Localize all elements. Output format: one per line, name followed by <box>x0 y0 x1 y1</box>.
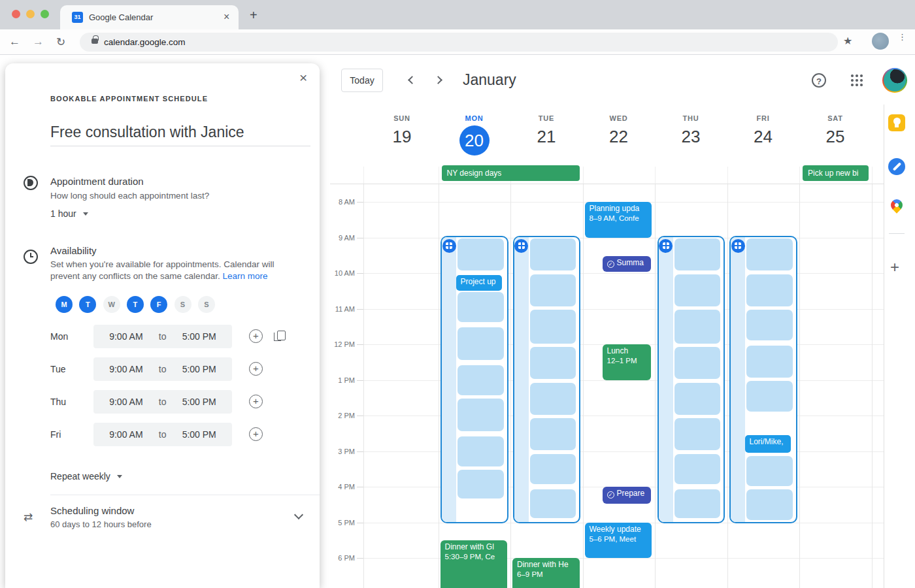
scheduling-window-icon: ⇄ <box>24 510 33 524</box>
bookable-slot[interactable] <box>674 310 721 344</box>
to-label: to <box>159 397 167 407</box>
bookable-slot[interactable] <box>530 418 576 450</box>
bookable-slot[interactable] <box>674 489 721 518</box>
time-label: 5 PM <box>322 519 355 527</box>
day-number[interactable]: 23 <box>655 127 727 147</box>
bookable-slot[interactable] <box>674 383 721 415</box>
bookable-slot[interactable] <box>458 399 504 431</box>
event[interactable]: Lori/Mike, <box>745 435 791 453</box>
all-day-event[interactable]: Pick up new bi <box>803 165 869 181</box>
add-time-range-button[interactable]: + <box>249 329 263 343</box>
bookable-slot[interactable] <box>458 292 504 322</box>
duration-dropdown[interactable]: 1 hour <box>50 208 88 219</box>
day-toggle-t3[interactable]: T <box>127 296 144 313</box>
day-number[interactable]: 21 <box>510 127 582 147</box>
expand-chevron-icon[interactable] <box>294 510 303 519</box>
end-time[interactable]: 5:00 PM <box>182 429 216 440</box>
bookable-slot[interactable] <box>674 454 721 484</box>
start-time[interactable]: 9:00 AM <box>109 397 142 407</box>
bookable-slot[interactable] <box>746 274 793 306</box>
bookable-slot[interactable] <box>746 238 793 270</box>
bookable-slot[interactable] <box>530 238 576 270</box>
event[interactable]: Weekly update5–6 PM, Meet <box>585 523 652 559</box>
end-time[interactable]: 5:00 PM <box>182 397 216 407</box>
time-label: 10 AM <box>322 269 355 277</box>
time-range-field[interactable]: 9:00 AMto5:00 PM <box>93 423 232 446</box>
allday-column-stub <box>727 167 728 184</box>
start-time[interactable]: 9:00 AM <box>109 364 142 374</box>
bookable-slot[interactable] <box>530 489 576 518</box>
availability-block[interactable] <box>657 236 725 523</box>
bookable-slot[interactable] <box>746 346 793 378</box>
selected-day-circle[interactable]: 20 <box>459 125 490 155</box>
bookable-slot[interactable] <box>458 238 504 270</box>
bookable-slot[interactable] <box>458 436 504 466</box>
bookable-slot[interactable] <box>458 470 504 498</box>
bookable-slot[interactable] <box>530 454 576 484</box>
start-time[interactable]: 9:00 AM <box>109 331 142 342</box>
bookable-slot[interactable] <box>530 347 576 379</box>
end-time[interactable]: 5:00 PM <box>182 364 216 374</box>
event[interactable]: Project up <box>456 275 503 291</box>
availability-subtext-2-text: prevent any conflicts on the same calend… <box>50 271 222 281</box>
schedule-title[interactable]: Free consultation with Janice <box>50 123 244 141</box>
availability-day-label: Fri <box>50 429 61 440</box>
close-icon[interactable]: × <box>299 70 307 86</box>
day-name: MON <box>439 114 510 122</box>
day-toggle-s6[interactable]: S <box>198 296 215 313</box>
day-toggle-s5[interactable]: S <box>175 296 191 313</box>
event[interactable]: ✓Summa <box>603 256 652 272</box>
bookable-slot[interactable] <box>458 327 504 359</box>
bookable-slot[interactable] <box>674 347 721 379</box>
event[interactable]: Dinner with He6–9 PM <box>512 558 580 588</box>
event[interactable]: Planning upda8–9 AM, Confe <box>585 202 652 238</box>
dropdown-arrow-icon <box>83 212 88 216</box>
bookable-slot[interactable] <box>530 383 576 415</box>
day-toggle-m0[interactable]: M <box>56 296 73 313</box>
hour-tick <box>357 451 363 452</box>
bookable-slot[interactable] <box>746 456 793 486</box>
task-check-icon: ✓ <box>607 261 614 268</box>
copy-to-all-icon[interactable] <box>277 331 286 340</box>
bookable-slot[interactable] <box>530 274 576 306</box>
day-name: WED <box>583 114 655 122</box>
add-time-range-button[interactable]: + <box>249 362 263 376</box>
task-check-icon: ✓ <box>607 491 614 498</box>
event[interactable]: Dinner with Gl5:30–9 PM, Ce <box>441 540 508 588</box>
time-range-field[interactable]: 9:00 AMto5:00 PM <box>93 357 232 381</box>
event[interactable]: Lunch12–1 PM <box>603 344 652 380</box>
day-number[interactable]: 22 <box>583 127 655 147</box>
bookable-slot[interactable] <box>674 274 721 306</box>
day-number[interactable]: 24 <box>727 127 799 147</box>
bookable-slot[interactable] <box>530 310 576 344</box>
bookable-slot[interactable] <box>674 238 721 270</box>
event[interactable]: ✓Prepare <box>603 487 652 504</box>
add-time-range-button[interactable]: + <box>249 395 263 408</box>
bookable-slot[interactable] <box>746 381 793 411</box>
all-day-event[interactable]: NY design days <box>442 165 580 181</box>
bookable-slot[interactable] <box>458 365 504 395</box>
day-number[interactable]: 25 <box>799 127 871 147</box>
time-range-field[interactable]: 9:00 AMto5:00 PM <box>93 325 232 348</box>
repeat-dropdown[interactable]: Repeat weekly <box>50 471 122 482</box>
availability-block[interactable] <box>729 236 797 523</box>
duration-value: 1 hour <box>50 208 76 219</box>
availability-block[interactable] <box>513 236 581 523</box>
add-time-range-button[interactable]: + <box>249 427 263 441</box>
week-header-divider <box>330 184 884 184</box>
day-number[interactable]: 19 <box>366 127 438 147</box>
bookable-slot[interactable] <box>674 418 721 450</box>
day-toggle-f4[interactable]: F <box>150 296 167 313</box>
allday-column-stub <box>363 167 364 184</box>
panel-divider <box>50 495 320 495</box>
day-toggle-t1[interactable]: T <box>79 296 96 313</box>
learn-more-link[interactable]: Learn more <box>222 271 267 281</box>
end-time[interactable]: 5:00 PM <box>182 331 216 342</box>
start-time[interactable]: 9:00 AM <box>109 429 142 440</box>
time-label: 3 PM <box>322 448 355 455</box>
day-name: THU <box>655 114 727 122</box>
time-range-field[interactable]: 9:00 AMto5:00 PM <box>93 390 232 414</box>
day-toggle-w2[interactable]: W <box>103 296 120 313</box>
bookable-slot[interactable] <box>746 310 793 340</box>
bookable-slot[interactable] <box>746 489 793 519</box>
